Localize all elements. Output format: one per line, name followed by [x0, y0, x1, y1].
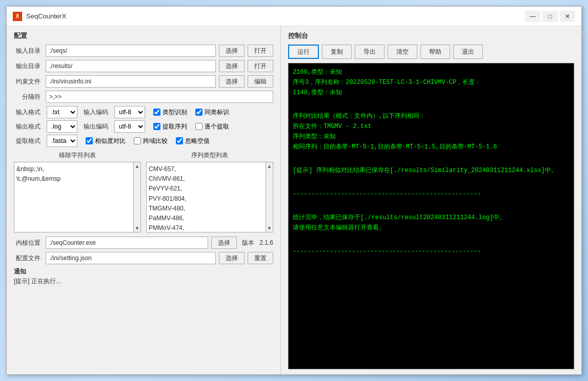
cross-domain-label: 跨域比较 — [143, 137, 168, 145]
notification-section: 通知 [提示] 正在执行... — [14, 267, 273, 286]
title-bar: X SeqCounterX — □ ✕ — [7, 7, 581, 26]
input-dir-row: 输入目录 选择 打开 — [14, 45, 273, 57]
version-label: 版本 — [242, 239, 254, 247]
output-format-label: 输出格式 — [14, 122, 43, 131]
minimize-button[interactable]: — — [525, 11, 540, 22]
constraint-file-field[interactable] — [46, 75, 216, 88]
output-format-row: 输出格式 .log 输出编码 utf-8 提取序列 逐个提取 — [14, 120, 273, 133]
seq-types-container: 序列类型列表 CMV-657,ChiVMV-861,PeVYV-621,PVY-… — [146, 151, 273, 232]
list-item: &nbsp;,\n, — [16, 164, 125, 174]
console-section-header: 控制台 — [288, 31, 574, 40]
constraint-file-row: 约束文件 选择 编辑 — [14, 75, 273, 88]
constraint-file-select-button[interactable]: 选择 — [219, 75, 245, 88]
list-item: PaMMV-486, — [149, 214, 257, 223]
kernel-path-label: 内核位置 — [14, 239, 43, 247]
console-line: 序列对比结果（模式：文件内）,以下序列相同： — [293, 112, 570, 121]
kernel-path-field[interactable] — [46, 237, 208, 249]
list-item: PVY-801/804, — [149, 194, 257, 204]
individual-extract-label: 逐个提取 — [205, 122, 229, 131]
seq-types-scrollbar: ▲ ▼ — [266, 162, 273, 232]
output-dir-select-button[interactable]: 选择 — [219, 60, 245, 72]
ignore-null-label: 忽略空值 — [185, 137, 210, 145]
output-dir-field[interactable] — [46, 60, 216, 72]
console-line: [提示] 序列相似对比结果已保存在[./results/Similarity_2… — [293, 166, 570, 175]
close-button[interactable]: ✕ — [560, 11, 575, 22]
help-button[interactable]: 帮助 — [420, 45, 450, 59]
exit-button[interactable]: 退出 — [453, 45, 483, 59]
console-line: ----------------------------------------… — [293, 189, 570, 199]
ignore-null-checkbox[interactable]: 忽略空值 — [176, 137, 210, 145]
input-encoding-label: 输入编码 — [84, 108, 108, 117]
input-format-label: 输入格式 — [14, 108, 43, 117]
seq-types-label: 序列类型列表 — [146, 151, 273, 160]
list-item: CMV-657, — [149, 164, 257, 174]
config-file-field[interactable] — [46, 252, 216, 264]
remove-chars-label: 移除字符列表 — [14, 151, 141, 160]
console-line — [293, 98, 570, 108]
input-encoding-select[interactable]: utf-8 — [114, 106, 145, 118]
console-line: 序列类型：未知 — [293, 132, 570, 141]
extract-format-label: 提取格式 — [14, 137, 43, 145]
console-line — [293, 176, 570, 185]
output-encoding-label: 输出编码 — [84, 122, 108, 131]
console-line: 所在文件：TMGMV - 2.txt — [293, 122, 570, 131]
copy-button[interactable]: 复制 — [322, 45, 352, 59]
output-dir-open-button[interactable]: 打开 — [248, 60, 273, 72]
console-line: 2160,类型：未知 — [293, 68, 570, 77]
input-dir-label: 输入目录 — [14, 47, 43, 55]
extract-seq-checkbox[interactable]: 提取序列 — [153, 122, 187, 131]
config-file-reset-button[interactable]: 重置 — [248, 252, 273, 264]
config-section-header: 配置 — [14, 31, 273, 40]
title-bar-left: X SeqCounterX — [13, 12, 66, 21]
list-item: ChiVMV-861, — [149, 174, 257, 184]
notification-label: 通知 — [14, 267, 273, 276]
extract-format-row: 提取格式 .fasta 相似度对比 跨域比较 忽略空值 — [14, 135, 273, 147]
left-panel: 配置 输入目录 选择 打开 输出目录 选择 打开 约束文件 选择 编辑 — [7, 26, 281, 374]
export-button[interactable]: 导出 — [355, 45, 384, 59]
extract-format-select[interactable]: .fasta — [47, 135, 77, 147]
individual-extract-checkbox[interactable]: 逐个提取 — [195, 122, 229, 131]
type-recognition-checkbox[interactable]: 类型识别 — [153, 108, 187, 117]
console-line: 1140,类型：未知 — [293, 88, 570, 97]
input-dir-open-button[interactable]: 打开 — [248, 45, 273, 57]
config-file-select-button[interactable]: 选择 — [219, 252, 245, 264]
content-area: 配置 输入目录 选择 打开 输出目录 选择 打开 约束文件 选择 编辑 — [7, 26, 581, 374]
list-item: \t,@num,&emsp — [16, 174, 125, 184]
kernel-path-row: 内核位置 选择 版本 2.1.6 — [14, 237, 273, 249]
config-file-row: 配置文件 选择 重置 — [14, 252, 273, 264]
kernel-path-select-button[interactable]: 选择 — [211, 237, 237, 249]
run-button[interactable]: 运行 — [288, 45, 319, 59]
input-format-select[interactable]: .txt — [47, 106, 77, 118]
similarity-compare-checkbox[interactable]: 相似度对比 — [86, 137, 126, 145]
cross-domain-checkbox[interactable]: 跨域比较 — [134, 137, 168, 145]
list-item: TMGMV-480, — [149, 204, 257, 214]
input-dir-field[interactable] — [46, 45, 216, 57]
control-buttons: 运行 复制 导出 清空 帮助 退出 — [288, 45, 574, 59]
main-window: X SeqCounterX — □ ✕ 配置 输入目录 选择 打开 输出目录 — [6, 6, 582, 375]
console-line: 相同序列：目的条带-MT-5-1,目的条带-MT-5-1.5,目的条带-MT-5… — [293, 142, 570, 152]
output-format-select[interactable]: .log — [47, 120, 77, 133]
constraint-file-label: 约束文件 — [14, 77, 43, 86]
console-line: 请使用任意文本编辑器打开查看。 — [293, 223, 570, 232]
separator-field[interactable] — [46, 91, 273, 103]
console-output[interactable]: 2160,类型：未知 序号3，序列名称：20220520-TEST-LC-3-1… — [288, 63, 574, 369]
version-value: 2.1.6 — [259, 239, 273, 246]
remove-chars-container: 移除字符列表 &nbsp;,\n, \t,@num,&emsp ▲ ▼ — [14, 151, 141, 232]
same-type-checkbox[interactable]: 同类标识 — [195, 108, 229, 117]
remove-chars-list[interactable]: &nbsp;,\n, \t,@num,&emsp — [14, 162, 134, 232]
list-item: PMMoV-474, — [149, 223, 257, 232]
console-line: 统计完毕，结果已保存于[./results/result202403112112… — [293, 213, 570, 222]
input-dir-select-button[interactable]: 选择 — [219, 45, 245, 57]
similarity-compare-label: 相似度对比 — [95, 137, 126, 145]
console-line — [293, 234, 570, 243]
config-file-label: 配置文件 — [14, 254, 43, 263]
list-item: PeVYV-621, — [149, 184, 257, 194]
constraint-file-edit-button[interactable]: 编辑 — [248, 75, 273, 88]
clear-button[interactable]: 清空 — [388, 45, 417, 59]
maximize-button[interactable]: □ — [542, 11, 558, 22]
output-encoding-select[interactable]: utf-8 — [114, 120, 145, 133]
input-format-row: 输入格式 .txt 输入编码 utf-8 类型识别 同类标识 — [14, 106, 273, 118]
console-line: 序号3，序列名称：20220520-TEST-LC-3-1-CHIVMV-CP，… — [293, 78, 570, 87]
seq-types-list[interactable]: CMV-657,ChiVMV-861,PeVYV-621,PVY-801/804… — [146, 162, 266, 232]
notification-text: [提示] 正在执行... — [14, 277, 273, 286]
